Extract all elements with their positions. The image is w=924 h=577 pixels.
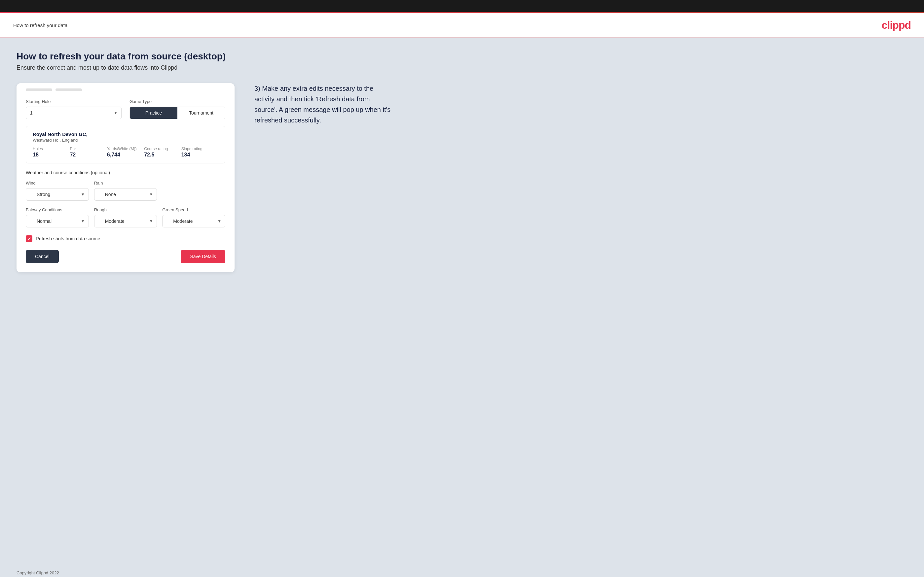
rain-select[interactable]: None Light Heavy — [94, 188, 157, 201]
yards-label: Yards/White (M)) — [107, 147, 144, 151]
fairway-select[interactable]: Normal Soft Hard — [26, 215, 89, 227]
page-subheading: Ensure the correct and most up to date d… — [16, 64, 908, 71]
wind-select-wrapper: 🌬 Strong None Light Moderate ▼ — [26, 188, 89, 201]
green-speed-select-wrapper: ◯ Moderate Slow Fast ▼ — [162, 215, 225, 227]
wind-rain-row: Wind 🌬 Strong None Light Moderate ▼ Rain — [16, 181, 234, 201]
game-type-label: Game Type — [129, 99, 225, 104]
side-text: 3) Make any extra edits necessary to the… — [254, 83, 393, 126]
course-stat-course-rating: Course rating 72.5 — [144, 147, 181, 158]
side-text-content: 3) Make any extra edits necessary to the… — [254, 83, 393, 126]
game-type-buttons: Practice Tournament — [129, 106, 225, 119]
button-row: Cancel Save Details — [16, 250, 234, 272]
rough-select[interactable]: Moderate Light Heavy — [94, 215, 157, 227]
page-heading: How to refresh your data from source (de… — [16, 51, 908, 62]
card-tab-1 — [26, 89, 52, 91]
starting-hole-label: Starting Hole — [26, 99, 121, 104]
course-rating-label: Course rating — [144, 147, 181, 151]
rain-label: Rain — [94, 181, 157, 185]
conditions-heading: Weather and course conditions (optional) — [16, 170, 234, 175]
refresh-label: Refresh shots from data source — [36, 236, 100, 241]
game-type-group: Game Type Practice Tournament — [129, 99, 225, 119]
header-title: How to refresh your data — [13, 23, 68, 28]
header: How to refresh your data clippd — [0, 13, 924, 38]
wind-label: Wind — [26, 181, 89, 185]
refresh-checkbox-row: ✓ Refresh shots from data source — [16, 235, 234, 242]
course-stat-yards: Yards/White (M)) 6,744 — [107, 147, 144, 158]
starting-hole-select[interactable]: 1 10 — [26, 106, 121, 119]
green-speed-select[interactable]: Moderate Slow Fast — [162, 215, 225, 227]
top-bar — [0, 0, 924, 12]
card-tab-row — [16, 83, 234, 91]
yards-value: 6,744 — [107, 152, 144, 158]
wind-select[interactable]: Strong None Light Moderate — [26, 188, 89, 201]
content-row: Starting Hole 1 10 ▼ Game Type Practi — [16, 83, 908, 272]
footer: Copyright Clippd 2022 — [0, 564, 924, 577]
conditions-bottom-row: Fairway Conditions ⛰ Normal Soft Hard ▼ … — [16, 207, 234, 227]
course-name: Royal North Devon GC, — [33, 131, 218, 137]
holes-value: 18 — [33, 152, 70, 158]
holes-label: Holes — [33, 147, 70, 151]
starting-hole-select-wrapper: 1 10 ▼ — [26, 106, 121, 119]
par-label: Par — [70, 147, 107, 151]
cancel-button[interactable]: Cancel — [26, 250, 59, 263]
course-rating-value: 72.5 — [144, 152, 181, 158]
course-stat-holes: Holes 18 — [33, 147, 70, 158]
course-stat-slope-rating: Slope rating 134 — [181, 147, 218, 158]
rough-select-wrapper: ⛰ Moderate Light Heavy ▼ — [94, 215, 157, 227]
main-content: How to refresh your data from source (de… — [0, 38, 924, 564]
rain-select-wrapper: ☁ None Light Heavy ▼ — [94, 188, 157, 201]
starting-hole-group: Starting Hole 1 10 ▼ — [26, 99, 121, 119]
rough-label: Rough — [94, 207, 157, 212]
tournament-button[interactable]: Tournament — [178, 107, 225, 119]
form-card: Starting Hole 1 10 ▼ Game Type Practi — [16, 83, 234, 272]
top-form-row: Starting Hole 1 10 ▼ Game Type Practi — [26, 99, 225, 119]
refresh-checkbox[interactable]: ✓ — [26, 235, 32, 242]
course-stat-par: Par 72 — [70, 147, 107, 158]
rough-group: Rough ⛰ Moderate Light Heavy ▼ — [94, 207, 157, 227]
footer-text: Copyright Clippd 2022 — [16, 571, 59, 575]
form-top-section: Starting Hole 1 10 ▼ Game Type Practi — [16, 91, 234, 119]
fairway-group: Fairway Conditions ⛰ Normal Soft Hard ▼ — [26, 207, 89, 227]
green-speed-group: Green Speed ◯ Moderate Slow Fast ▼ — [162, 207, 225, 227]
slope-rating-label: Slope rating — [181, 147, 218, 151]
course-location: Westward Ho!, England — [33, 138, 218, 143]
fairway-select-wrapper: ⛰ Normal Soft Hard ▼ — [26, 215, 89, 227]
practice-button[interactable]: Practice — [130, 107, 178, 119]
par-value: 72 — [70, 152, 107, 158]
logo: clippd — [882, 19, 911, 31]
save-button[interactable]: Save Details — [181, 250, 225, 263]
checkmark-icon: ✓ — [27, 236, 31, 241]
rain-group: Rain ☁ None Light Heavy ▼ — [94, 181, 157, 201]
card-tab-2 — [55, 89, 82, 91]
course-stats: Holes 18 Par 72 Yards/White (M)) 6,744 C… — [33, 147, 218, 158]
course-info-box: Royal North Devon GC, Westward Ho!, Engl… — [26, 126, 225, 163]
green-speed-label: Green Speed — [162, 207, 225, 212]
slope-rating-value: 134 — [181, 152, 218, 158]
fairway-label: Fairway Conditions — [26, 207, 89, 212]
wind-group: Wind 🌬 Strong None Light Moderate ▼ — [26, 181, 89, 201]
